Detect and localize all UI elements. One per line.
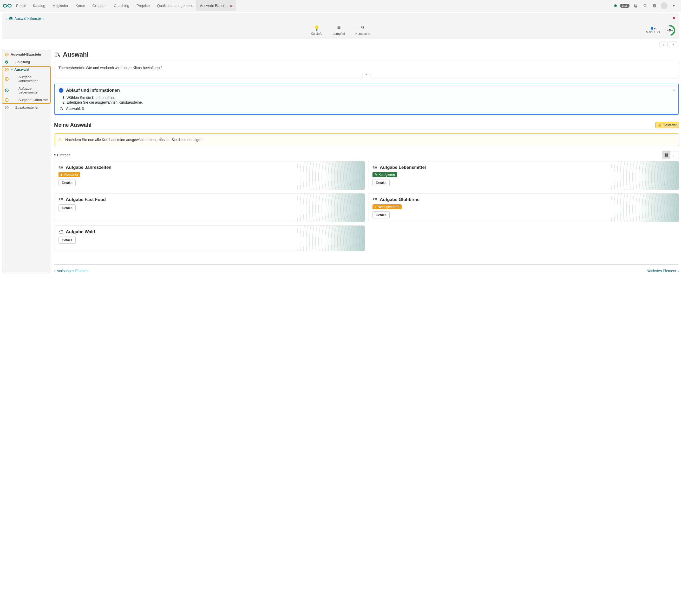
home-icon[interactable] [9, 16, 13, 21]
nav-tab[interactable]: Mitglieder [49, 0, 72, 11]
list-head: 5 Einträge [54, 151, 679, 159]
list-view-button[interactable] [670, 152, 679, 159]
pager: ‹ › [0, 41, 681, 49]
branch-icon [54, 51, 60, 58]
card[interactable]: Aufgabe Jahreszeiten▶ GestartetDetails [54, 161, 365, 190]
tool-lernpfad[interactable]: Lernpfad [333, 25, 345, 35]
nav-tab[interactable]: Qualitätsmanagement [153, 0, 196, 11]
svg-point-22 [5, 99, 8, 102]
grid-view-button[interactable] [662, 152, 670, 159]
card[interactable]: Aufgabe WaldDetails [54, 225, 365, 251]
prev-page-button[interactable]: ‹ [659, 42, 667, 47]
task-icon [58, 229, 64, 235]
nav-tab[interactable]: Kurse [72, 0, 89, 11]
svg-line-11 [363, 28, 364, 29]
card-title: Aufgabe Glühbirne [373, 197, 675, 202]
tree-item-child[interactable]: Aufgabe Lebensmittel [2, 85, 50, 96]
details-button[interactable]: Details [58, 237, 76, 244]
tree-item-child[interactable]: Aufgabe Glühbirne [2, 96, 50, 104]
details-button[interactable]: Details [373, 179, 389, 186]
alert-text: Nachdem Sie nun alle Kursbausteine ausge… [65, 138, 203, 142]
nav-tab[interactable]: Gruppen [89, 0, 110, 11]
main: Auswahl Themenbereich: Wie und wodurch w… [54, 49, 679, 273]
nav-tab[interactable]: Coaching [110, 0, 133, 11]
nav-tab[interactable]: Projekte [133, 0, 153, 11]
selection-count: Auswahl: 3 [60, 106, 674, 111]
svg-point-10 [361, 26, 363, 28]
svg-rect-27 [665, 154, 666, 155]
entry-count: 5 Einträge [54, 153, 71, 157]
play-icon [5, 77, 8, 81]
top-nav: Portal Katalog Mitglieder Kurse Gruppen … [0, 0, 681, 11]
status-icon: ✎ [375, 173, 377, 177]
play-icon [5, 53, 8, 56]
task-icon [373, 197, 378, 202]
svg-marker-25 [59, 55, 60, 57]
notification-badge[interactable]: 0/13 [620, 4, 630, 8]
svg-point-3 [644, 4, 646, 6]
info-icon: i [59, 88, 64, 93]
bottom-nav: ‹Vorheriges Element Nächstes Element› [54, 264, 679, 273]
collapse-up-button[interactable]: ⌃ [362, 73, 370, 77]
nav-tab[interactable]: Katalog [29, 0, 49, 11]
next-element-link[interactable]: Nächstes Element› [647, 269, 679, 273]
help-icon[interactable]: ? [651, 3, 658, 9]
breadcrumb[interactable]: Auswahl-Baustein [15, 16, 44, 21]
chevron-right-icon: › [678, 269, 679, 273]
course-bar: ‹ Auswahl-Baustein × 💡 Kursinfo Lernpfad… [2, 14, 679, 39]
pointer-icon: ☝ [658, 123, 662, 127]
tree-item-anleitung[interactable]: Anleitung [2, 58, 50, 66]
check-icon [5, 60, 8, 64]
description-box: Themenbereich: Wie und wodurch wird unse… [54, 62, 679, 77]
nav-tab[interactable]: Portal [12, 0, 29, 11]
tool-kurssuche[interactable]: Kurssuche [355, 25, 370, 35]
card[interactable]: Aufgabe Glühbirne○ Nicht gestartetDetail… [368, 193, 679, 222]
card-status-badge: ▶ Gestartet [58, 172, 80, 177]
back-icon[interactable]: ‹ [5, 16, 7, 21]
avatar[interactable] [661, 2, 667, 9]
svg-line-4 [646, 6, 647, 7]
tree-root[interactable]: Auswahl-Baustein [2, 51, 50, 58]
details-button[interactable]: Details [58, 205, 76, 211]
card[interactable]: Aufgabe Lebensmittel✎ KorrigierenDetails [368, 161, 679, 190]
tab-label: Auswahl-Baust… [200, 4, 228, 8]
card-title: Aufgabe Lebensmittel [373, 165, 675, 170]
description-text: Themenbereich: Wie und wodurch wird unse… [58, 66, 162, 70]
tree-item-zusatz[interactable]: Zusatzmaterial [2, 104, 50, 111]
svg-rect-29 [665, 155, 666, 157]
close-icon[interactable]: × [230, 4, 232, 8]
card-title: Aufgabe Fast Food [58, 197, 360, 202]
circle-icon [5, 98, 8, 102]
details-button[interactable]: Details [58, 179, 76, 186]
card-status-badge: ○ Nicht gestartet [373, 205, 402, 209]
print-icon[interactable] [633, 3, 639, 9]
task-icon [58, 197, 64, 202]
logo[interactable] [2, 1, 12, 11]
blocked-icon [5, 106, 8, 109]
tree-item-auswahl[interactable]: ▼ Auswahl [2, 66, 50, 73]
tree-item-child[interactable]: Aufgabe Jahreszeiten [2, 73, 50, 85]
details-button[interactable]: Details [373, 211, 389, 218]
chevron-down-icon[interactable]: ▾ [671, 3, 677, 9]
search-icon[interactable] [642, 3, 648, 9]
close-icon[interactable]: × [673, 16, 676, 21]
card-grid: Aufgabe Jahreszeiten▶ GestartetDetailsAu… [54, 161, 679, 251]
tool-meinkurs[interactable]: 👤▾ Mein Kurs [646, 27, 660, 34]
next-page-button[interactable]: › [669, 42, 677, 47]
info-title: Ablauf und Informationen [66, 88, 120, 93]
sidebar: Auswahl-Baustein Anleitung ▼ Auswahl Auf… [2, 49, 50, 273]
nav-tab-active[interactable]: Auswahl-Baust… × [196, 0, 236, 11]
caret-down-icon[interactable]: ▼ [11, 68, 13, 71]
chevron-down-icon[interactable]: ⌄ [672, 88, 675, 92]
search-icon [361, 25, 365, 31]
status-icon: ○ [375, 205, 377, 209]
prev-element-link[interactable]: ‹Vorheriges Element [54, 269, 89, 273]
selection-heading: Meine Auswahl [54, 122, 92, 128]
info-steps: Wählen Sie die Kursbausteine. Erledigen … [67, 96, 674, 104]
info-box: i Ablauf und Informationen ⌄ Wählen Sie … [54, 84, 679, 115]
status-icon: ▶ [60, 173, 63, 177]
tool-kursinfo[interactable]: 💡 Kursinfo [311, 25, 322, 35]
card[interactable]: Aufgabe Fast FoodDetails [54, 193, 365, 222]
svg-text:?: ? [654, 4, 655, 7]
svg-marker-26 [57, 55, 58, 57]
